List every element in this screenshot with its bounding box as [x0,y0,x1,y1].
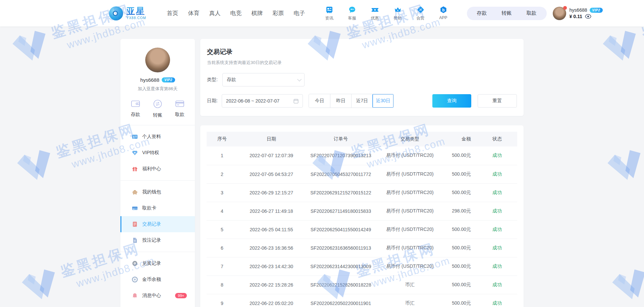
wallet-icon [130,99,141,109]
page-title: 交易记录 [207,48,517,56]
partner-link[interactable]: 合营 [413,5,428,21]
nav-live[interactable]: 真人 [209,9,221,17]
nav-sports[interactable]: 体育 [188,9,200,17]
table-row: 3 2022-06-29 12:15:27 SF2022062912152700… [207,183,517,202]
cell-amount: 500.00元 [443,239,477,257]
wallet-actions-pill: 存款 转账 取款 [467,7,547,20]
date-range-value: 2022-06-08 ~ 2022-07-07 [226,98,279,104]
svg-text:b: b [442,8,444,12]
menu-label: 消息中心 [142,293,161,299]
nav-chess[interactable]: 棋牌 [252,9,263,17]
app-link[interactable]: b APP [436,5,451,21]
range-30days-button[interactable]: 近30日 [372,94,393,108]
message-count-badge: 99+ [175,293,187,298]
service-icon [348,5,357,14]
eye-icon[interactable] [585,14,591,19]
date-label: 日期: [207,98,222,104]
username[interactable]: hys6688 [570,7,587,13]
sidebar-item-coin-balance[interactable]: 金币余额 [120,271,195,288]
sidebar-deposit-button[interactable]: 存款 [130,99,141,118]
sidebar-item-vip[interactable]: VIP特权 [120,145,195,161]
withdraw-link[interactable]: 取款 [519,10,544,16]
cell-order-no: SF202206231636560011913 [305,239,376,257]
nav-lottery[interactable]: 彩票 [273,9,284,17]
cell-status: 成功 [477,165,517,183]
cell-status: 成功 [477,275,517,294]
table-row: 9 2022-06-22 05:02:20 SF2022062205022000… [207,294,517,307]
promo-link[interactable]: 优惠 [368,5,382,21]
cell-amount: 298.00元 [443,202,477,220]
logo-subtitle: YX88.COM [126,16,146,20]
sidebar-item-bet-records[interactable]: 投注记录 [120,232,195,248]
promo-label: 优惠 [371,15,379,21]
cell-status: 成功 [477,183,517,202]
nav-home[interactable]: 首页 [167,9,178,17]
news-label: 资讯 [325,15,333,21]
cell-type: 币汇 [376,294,443,307]
news-link[interactable]: 资讯 [322,5,337,21]
sidebar-item-my-wallet[interactable]: 我的钱包 [120,184,195,200]
cell-type: 易币付 (USDT/TRC20) [376,220,443,239]
page-subtitle: 当前系统支持查询最近30日的交易记录 [207,60,517,66]
card-icon [175,99,185,109]
cell-index: 4 [207,202,237,220]
nav-esports[interactable]: 电竞 [230,9,242,17]
sidebar-item-profile[interactable]: 个人资料 [120,129,195,145]
menu-label: 金币余额 [142,277,161,283]
range-7days-button[interactable]: 近7日 [351,94,372,108]
table-row: 1 2022-07-07 12:07:39 SF2022070712073900… [207,146,517,165]
sidebar-transfer-label: 转账 [153,112,162,118]
table-row: 4 2022-06-27 11:49:18 SF2022062711491800… [207,202,517,220]
cell-type: 易币付 (USDT/TRC20) [376,183,443,202]
piggy-icon [132,189,138,195]
sponsor-link[interactable]: 赞助 [390,5,405,21]
sponsor-label: 赞助 [394,15,402,21]
query-button[interactable]: 查询 [432,94,471,108]
sidebar-item-transactions[interactable]: 交易记录 [120,216,195,232]
logo-title: 亚星 [126,7,146,15]
logo-soccer-ball-icon [109,6,123,20]
sidebar-item-welfare[interactable]: 福利中心 [120,161,195,177]
cell-order-no: SF202206271149180015833 [305,202,376,220]
partner-icon [416,5,425,14]
transaction-icon [132,221,138,227]
reset-button[interactable]: 重置 [478,94,517,108]
sidebar-item-redeem-records[interactable]: 兑奖记录 [120,255,195,271]
app-icon: b [439,5,448,14]
cell-date: 2022-07-05 04:53:27 [237,165,305,183]
sidebar-item-withdraw-card[interactable]: 取款卡 [120,200,195,216]
bell-icon [132,293,138,299]
sidebar-transfer-button[interactable]: 转账 [153,99,162,118]
range-yesterday-button[interactable]: 昨日 [330,94,351,108]
site-logo[interactable]: 亚星 YX88.COM [109,6,146,20]
menu-label: 投注记录 [142,237,161,243]
type-select-value: 存款 [227,77,236,83]
user-box: hys6688 VIP2 ¥ 0.11 [553,7,603,20]
type-select[interactable]: 存款 [222,73,305,86]
cell-date: 2022-06-27 11:49:18 [237,202,305,220]
cell-index: 9 [207,294,237,307]
notification-dot [563,6,567,10]
bet-record-icon [132,237,138,243]
range-today-button[interactable]: 今日 [309,94,330,108]
vip-icon [132,150,138,156]
cell-amount: 500.00元 [443,220,477,239]
cell-amount: 500.00元 [443,165,477,183]
sidebar-item-message-center[interactable]: 消息中心 99+ [120,288,195,304]
cell-date: 2022-06-23 14:42:30 [237,257,305,275]
cell-index: 1 [207,146,237,165]
nav-slots[interactable]: 电子 [294,9,305,17]
sidebar-withdraw-button[interactable]: 取款 [175,99,185,118]
menu-label: 福利中心 [142,166,161,172]
cell-order-no: SF202207071207390013213 [305,146,376,165]
cell-order-no: SF202206250411550014249 [305,220,376,239]
service-link[interactable]: 客服 [345,5,360,21]
date-range-input[interactable]: 2022-06-08 ~ 2022-07-07 [222,94,303,108]
avatar[interactable] [553,7,566,20]
transfer-link[interactable]: 转账 [494,10,519,16]
deposit-link[interactable]: 存款 [470,10,494,16]
sidebar-avatar[interactable] [145,48,170,72]
gift-icon [132,166,138,172]
table-row: 8 2022-06-22 15:28:26 SF2022062215282600… [207,275,517,294]
sidebar-deposit-label: 存款 [131,112,140,118]
